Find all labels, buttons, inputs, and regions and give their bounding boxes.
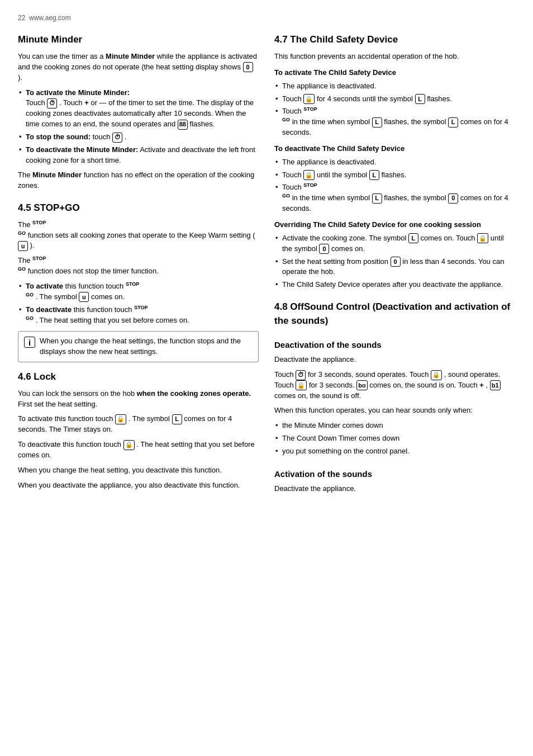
- list-item: The appliance is deactivated.: [274, 81, 515, 92]
- timer-icon: ⏱: [47, 98, 57, 108]
- l-sym6: L: [408, 233, 418, 243]
- lock-key-icon: 🔒: [115, 414, 126, 424]
- left-column: Minute Minder You can use the timer as a…: [18, 33, 259, 738]
- list-item: To stop the sound: touch ⏱ .: [18, 132, 259, 143]
- minute-minder-outro: The Minute Minder function has no effect…: [18, 170, 259, 191]
- right-column: 4.7 The Child Safety Device This functio…: [274, 33, 515, 738]
- lock-btn5: 🔒: [296, 380, 307, 390]
- lock-para1: You can lock the sensors on the hob when…: [18, 389, 259, 410]
- l-sym5: L: [372, 193, 382, 204]
- two-column-layout: Minute Minder You can use the timer as a…: [18, 33, 515, 738]
- list-item: Touch 🔒 for 4 seconds until the symbol L…: [274, 94, 515, 105]
- lock-key-icon2: 🔒: [123, 440, 135, 450]
- timer-icon-2: ⏱: [112, 133, 122, 143]
- stopgo-title: 4.5 STOP+GO: [18, 201, 259, 215]
- display-icon-0: 0: [243, 62, 253, 72]
- lock-para3: To deactivate this function touch 🔒 . Th…: [18, 440, 259, 461]
- stopgo-para2: The STOPGO function does not stop the ti…: [18, 256, 259, 277]
- page: 22 www.aeg.com Minute Minder You can use…: [0, 0, 533, 756]
- lock-para4: When you change the heat setting, you de…: [18, 465, 259, 476]
- deactivate-child-head: To deactivate The Child Safety Device: [274, 144, 515, 154]
- list-item: To deactivate the Minute Minder: Activat…: [18, 145, 259, 166]
- b1-icon: b1: [490, 380, 501, 390]
- override-child-head: Overriding The Child Safety Device for o…: [274, 220, 515, 230]
- l-sym3: L: [448, 117, 458, 127]
- list-item: The Child Safety Device operates after y…: [274, 280, 515, 290]
- info-icon: i: [24, 337, 35, 348]
- override-child-bullets: Activate the cooking zone. The symbol L …: [274, 233, 515, 290]
- zero-sym2: 0: [319, 244, 329, 254]
- child-safety-title: 4.7 The Child Safety Device: [274, 33, 515, 47]
- lock-btn: 🔒: [303, 94, 315, 104]
- activation-p1: Deactivate the appliance.: [274, 484, 515, 494]
- stop-sup: STOPGO: [282, 106, 317, 122]
- list-item: The Count Down Timer comes down: [274, 433, 515, 444]
- u-icon: u: [18, 241, 28, 251]
- stopgo-superscript: STOPGO: [18, 219, 46, 235]
- lock-btn2: 🔒: [303, 170, 315, 180]
- list-item: you put something on the control panel.: [274, 446, 515, 457]
- list-item: Touch 🔒 until the symbol L flashes.: [274, 170, 515, 181]
- list-item: the Minute Minder comes down: [274, 420, 515, 431]
- list-item: To activate this function touch STOPGO .…: [18, 281, 259, 303]
- lock-btn3: 🔒: [477, 233, 488, 243]
- lock-btn4: 🔒: [431, 370, 442, 380]
- stop-sup2: STOPGO: [282, 182, 317, 199]
- deactivation-bullets: the Minute Minder comes down The Count D…: [274, 420, 515, 457]
- deactivation-sounds-head: Deactivation of the sounds: [274, 339, 515, 351]
- stopgo-para1: The STOPGO function sets all cooking zon…: [18, 220, 259, 252]
- info-text: When you change the heat settings, the f…: [40, 336, 253, 357]
- activation-sounds-head: Activation of the sounds: [274, 468, 515, 480]
- u-icon-2: u: [79, 292, 89, 302]
- deactivation-p1: Deactivate the appliance.: [274, 355, 515, 365]
- list-item: To deactivate this function touch STOPGO…: [18, 305, 259, 326]
- activate-child-bullets: The appliance is deactivated. Touch 🔒 fo…: [274, 81, 515, 138]
- page-num: 22: [18, 14, 25, 22]
- lock-para2: To activate this function touch 🔒 . The …: [18, 414, 259, 435]
- minute-minder-bullets: To activate the Minute Minder: Touch ⏱ .…: [18, 88, 259, 166]
- deactivation-p3: When this function operates, you can hea…: [274, 405, 515, 416]
- website: www.aeg.com: [29, 14, 71, 22]
- list-item: Touch STOPGO in the time when symbol L f…: [274, 106, 515, 138]
- deactivate-child-bullets: The appliance is deactivated. Touch 🔒 un…: [274, 157, 515, 214]
- stopgo-superscript2: STOPGO: [18, 256, 46, 272]
- page-header: 22 www.aeg.com: [18, 13, 515, 23]
- zero-sym3: 0: [391, 257, 401, 267]
- list-item: Touch STOPGO in the time when symbol L f…: [274, 182, 515, 214]
- l-icon: L: [172, 414, 182, 424]
- minute-minder-title: Minute Minder: [18, 33, 259, 47]
- zero-sym: 0: [448, 193, 458, 204]
- b0-icon: bo: [356, 380, 367, 390]
- list-item: Set the heat setting from position 0 in …: [274, 257, 515, 278]
- l-sym2: L: [372, 117, 382, 127]
- activate-child-head: To activate The Child Safety Device: [274, 68, 515, 78]
- stopgo-bullets: To activate this function touch STOPGO .…: [18, 281, 259, 325]
- offsound-title: 4.8 OffSound Control (Deactivation and a…: [274, 300, 515, 328]
- child-safety-intro: This function prevents an accidental ope…: [274, 51, 515, 62]
- list-item: To activate the Minute Minder: Touch ⏱ .…: [18, 88, 259, 130]
- double-dash-icon: 88: [178, 120, 188, 130]
- timer-icon3: ⏱: [296, 370, 306, 380]
- list-item: The appliance is deactivated.: [274, 157, 515, 168]
- deactivation-p2: Touch ⏱ for 3 seconds, sound operates. T…: [274, 370, 515, 401]
- l-sym4: L: [369, 170, 379, 180]
- lock-para5: When you deactivate the appliance, you a…: [18, 480, 259, 491]
- lock-title: 4.6 Lock: [18, 370, 259, 384]
- list-item: Activate the cooking zone. The symbol L …: [274, 233, 515, 254]
- info-box: i When you change the heat settings, the…: [18, 331, 259, 362]
- minute-minder-intro: You can use the timer as a Minute Minder…: [18, 51, 259, 83]
- l-sym: L: [415, 94, 425, 104]
